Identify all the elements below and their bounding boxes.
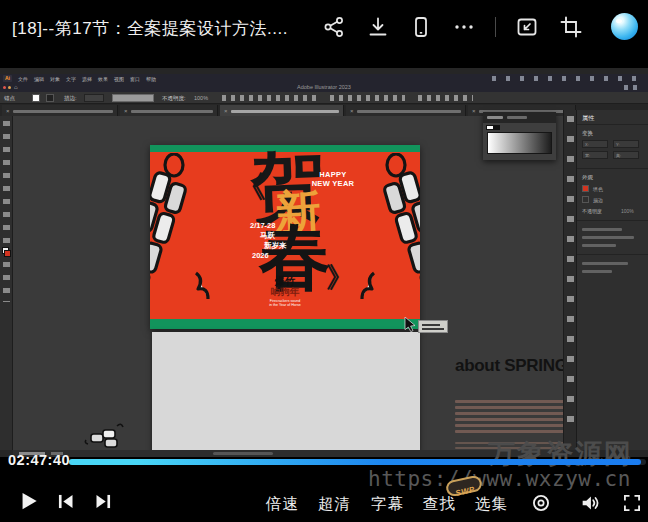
progress-fill (69, 459, 641, 465)
about-text-line (455, 406, 574, 409)
menu-bar: Ai 文件 编辑 对象 文字 选择 效果 视图 窗口 帮助 (0, 74, 648, 83)
subtitles-button[interactable]: 字幕 (371, 494, 404, 515)
poster-bottom-block: 爆竹 响驹年 Firecrackers sound in the Year of… (253, 276, 317, 308)
blank-artboard (152, 332, 420, 450)
tools-panel[interactable] (0, 116, 13, 450)
app-title: Adobe Illustrator 2023 (0, 84, 648, 90)
width-field[interactable]: 宽: (582, 151, 608, 159)
align-buttons[interactable] (222, 95, 317, 101)
close-icon[interactable]: × (350, 108, 354, 114)
current-time: 02:47:40 (8, 452, 70, 468)
stroke-color-box[interactable] (582, 196, 589, 203)
stroke-row-label[interactable]: 描边 (593, 197, 603, 203)
speed-button[interactable]: 倍速 (266, 494, 299, 515)
menu-object[interactable]: 对象 (50, 76, 60, 82)
close-icon[interactable]: × (224, 108, 228, 114)
opacity-value[interactable]: 100% (194, 95, 208, 101)
control-bar: 锚点 描边: 不透明度: 100% (0, 92, 648, 104)
firecracker-illustration-left (150, 153, 230, 313)
progress-bar[interactable] (69, 459, 646, 465)
close-icon[interactable]: × (6, 108, 10, 114)
poster-bracket-close: 》 (326, 259, 354, 297)
video-player-screen: [18]--第17节：全案提案设计方法.... (0, 0, 648, 522)
more-icon[interactable] (452, 15, 476, 39)
menu-select[interactable]: 选择 (82, 76, 92, 82)
stroke-profile-preview[interactable] (112, 94, 154, 102)
distribute-buttons[interactable] (330, 95, 405, 101)
panel-dock[interactable] (563, 110, 576, 450)
gradient-preview[interactable] (487, 132, 552, 154)
poster-bracket-open: 《 (236, 167, 266, 208)
stroke-width-input[interactable] (84, 94, 104, 102)
x-field[interactable]: X: (582, 140, 608, 148)
poster-artboard: 《 贺 新 春 》 HAPPY NEW YEAR 2/17-28 马跃 新岁来 … (150, 145, 420, 329)
transform-section-label: 变换 (582, 130, 593, 137)
menu-edit[interactable]: 编辑 (34, 76, 44, 82)
gradient-panel[interactable] (483, 112, 556, 160)
download-icon[interactable] (366, 15, 390, 39)
anchor-label: 锚点 (4, 95, 15, 102)
cursor-icon (404, 317, 417, 332)
about-text-line (455, 424, 571, 427)
volume-icon[interactable] (579, 492, 601, 514)
close-icon[interactable]: × (472, 108, 476, 114)
about-text-line (455, 400, 576, 403)
titlebar-icons[interactable] (624, 85, 642, 90)
fullscreen-icon[interactable] (622, 493, 642, 513)
menu-window[interactable]: 窗口 (130, 76, 140, 82)
phone-icon[interactable] (409, 15, 433, 39)
about-spring-heading: about SPRING (455, 356, 568, 376)
gradient-panel-header[interactable] (483, 112, 556, 123)
menubar-icons[interactable] (492, 76, 640, 81)
record-icon[interactable] (531, 493, 551, 513)
opacity-label: 不透明度: (162, 95, 186, 102)
app-title-bar: ⌂ Adobe Illustrator 2023 (0, 83, 648, 92)
fill-swatch[interactable] (32, 94, 40, 102)
about-text-line (455, 412, 576, 415)
properties-panel: 属性 变换 X: Y: 宽: 高: 外观 填色 描边 不透明度 100% (576, 110, 648, 450)
fill-color-box[interactable] (582, 185, 589, 192)
poster-happy-new-year: HAPPY NEW YEAR (304, 171, 362, 188)
play-button[interactable] (15, 488, 41, 514)
stroke-label: 描边: (64, 95, 77, 102)
about-text-line (455, 418, 573, 421)
status-bar (13, 450, 563, 457)
browser-logo-icon[interactable] (611, 13, 638, 40)
opacity-row-value[interactable]: 100% (621, 208, 634, 214)
video-title: [18]--第17节：全案提案设计方法.... (12, 17, 288, 40)
episodes-button[interactable]: 选集 (475, 494, 508, 515)
next-episode-button[interactable] (93, 491, 114, 512)
quality-button[interactable]: 超清 (318, 494, 351, 515)
about-text-line (455, 430, 565, 433)
poster-green-band-bottom (150, 319, 420, 329)
menu-view[interactable]: 视图 (114, 76, 124, 82)
y-field[interactable]: Y: (613, 140, 639, 148)
height-field[interactable]: 高: (613, 151, 639, 159)
poster-date-block: 2/17-28 马跃 新岁来 2026 (250, 221, 287, 261)
screencast-icon[interactable] (515, 15, 539, 39)
fill-row-label[interactable]: 填色 (593, 186, 603, 192)
properties-title[interactable]: 属性 (582, 114, 594, 123)
topbar: [18]--第17节：全案提案设计方法.... (0, 0, 648, 55)
smart-guide-tooltip (418, 320, 448, 333)
appearance-section-label: 外观 (582, 174, 593, 181)
horizontal-scrollbar[interactable] (213, 452, 273, 455)
stroke-swatch[interactable] (46, 94, 54, 102)
menu-help[interactable]: 帮助 (146, 76, 156, 82)
opacity-row-label[interactable]: 不透明度 (582, 208, 602, 214)
transform-fields[interactable] (418, 95, 473, 101)
search-button[interactable]: 查找 (423, 494, 456, 515)
crop-icon[interactable] (559, 15, 583, 39)
menu-type[interactable]: 文字 (66, 76, 76, 82)
topbar-divider (495, 17, 496, 37)
menu-file[interactable]: 文件 (18, 76, 28, 82)
menu-effect[interactable]: 效果 (98, 76, 108, 82)
artboard-canvas[interactable]: 《 贺 新 春 》 HAPPY NEW YEAR 2/17-28 马跃 新岁来 … (13, 116, 648, 450)
illustrator-window: Ai 文件 编辑 对象 文字 选择 效果 视图 窗口 帮助 ⌂ Adobe Il… (0, 68, 648, 457)
watermark-url: https://www.wxzyw.cn (368, 467, 631, 491)
previous-episode-button[interactable] (55, 491, 76, 512)
gradient-swatch-icon[interactable] (486, 125, 500, 130)
fill-color-indicator[interactable] (4, 250, 11, 257)
share-icon[interactable] (322, 15, 346, 39)
close-icon[interactable]: × (124, 108, 128, 114)
